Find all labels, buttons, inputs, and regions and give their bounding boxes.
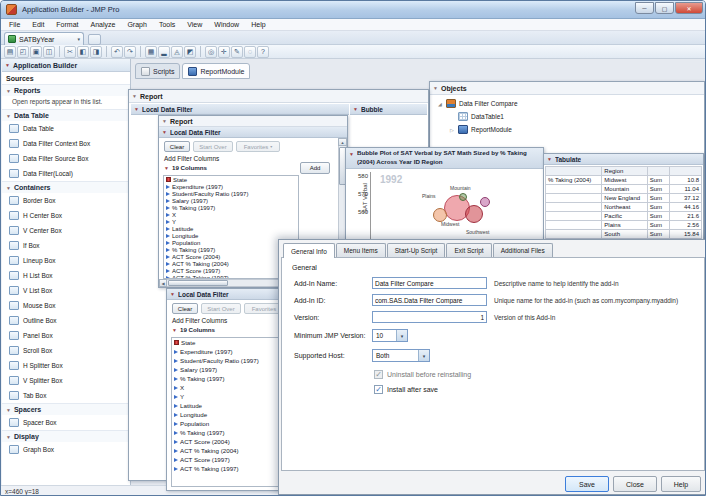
filter-column-row[interactable]: X: [164, 211, 298, 218]
sidebar-item[interactable]: Data Filter Context Box: [2, 136, 130, 151]
sidebar-item[interactable]: H Splitter Box: [2, 358, 130, 373]
filter-column-row[interactable]: % Taking (1997): [164, 204, 298, 211]
bubble-outline-header[interactable]: ▼ Bubble: [350, 104, 427, 115]
local-data-filter-outline-header[interactable]: ▼ Local Data Filter: [131, 104, 349, 115]
toolbar-icon[interactable]: ▂: [158, 46, 170, 58]
filter-column-row[interactable]: Expenditure (1997): [164, 183, 298, 190]
tabulate-outline-header[interactable]: ▼ Tabulate: [544, 154, 703, 165]
uninstall-checkbox[interactable]: ✓: [374, 370, 383, 379]
clear-button[interactable]: Clear: [164, 141, 190, 152]
addin-id-field[interactable]: [372, 294, 487, 306]
toolbar-icon[interactable]: [140, 46, 142, 57]
document-tab-satbyyear[interactable]: SATByYear ▾: [4, 32, 84, 45]
menu-item[interactable]: Window: [208, 20, 245, 29]
supported-host-dropdown[interactable]: Both ▾: [372, 349, 430, 362]
save-button[interactable]: Save: [565, 476, 609, 492]
sidebar-item[interactable]: Panel Box: [2, 328, 130, 343]
dialog-tab[interactable]: Start-Up Script: [387, 243, 446, 257]
toolbar-icon[interactable]: ◎: [205, 46, 217, 58]
toolbar-icon[interactable]: ◬: [171, 46, 183, 58]
sidebar-item[interactable]: Spacer Box: [2, 415, 130, 430]
menu-item[interactable]: Tools: [153, 20, 181, 29]
objects-header[interactable]: ▼ Objects: [430, 82, 704, 95]
sidebar-item[interactable]: Lineup Box: [2, 253, 130, 268]
toolbar-icon[interactable]: ?: [257, 46, 269, 58]
install-after-save-checkbox[interactable]: ✓: [374, 385, 383, 394]
tree-item[interactable]: DataTable1: [430, 110, 704, 123]
menu-item[interactable]: File: [3, 20, 26, 29]
start-over-button[interactable]: Start Over: [201, 303, 241, 314]
toolbar-icon[interactable]: ◧: [77, 46, 89, 58]
menu-item[interactable]: Edit: [26, 20, 50, 29]
columns-outline-header[interactable]: ▼ 19 Columns: [172, 326, 215, 333]
start-over-button[interactable]: Start Over: [193, 141, 233, 152]
close-button[interactable]: Close: [613, 476, 657, 492]
filter-column-row[interactable]: Longitude: [164, 232, 298, 239]
filter-column-row[interactable]: Y: [164, 218, 298, 225]
scroll-up-arrow[interactable]: ▲: [338, 138, 347, 146]
bubble[interactable]: [459, 193, 467, 201]
dialog-tab[interactable]: Exit Script: [446, 243, 491, 257]
chevron-down-icon[interactable]: ▾: [77, 36, 80, 42]
sidebar-item[interactable]: Data Filter Source Box: [2, 151, 130, 166]
bubble[interactable]: [433, 208, 447, 222]
scroll-left-arrow[interactable]: ◀: [159, 279, 167, 287]
dialog-tab[interactable]: General Info: [283, 243, 335, 258]
maximize-button[interactable]: ▢: [655, 2, 674, 14]
bubble[interactable]: [465, 205, 483, 223]
expander-icon[interactable]: ▷: [448, 127, 456, 133]
close-button[interactable]: ✕: [675, 2, 703, 14]
report-outline-header[interactable]: ▼ Report: [159, 116, 347, 127]
bubble-plot-outline-header[interactable]: ▼ Bubble Plot of SAT Verbal by SAT Math …: [346, 148, 543, 169]
sidebar-section-header[interactable]: ▼ Reports: [2, 84, 130, 96]
tree-item[interactable]: ▷ ReportModule: [430, 123, 704, 136]
toolbar-icon[interactable]: ↷: [124, 46, 136, 58]
toolbar-icon[interactable]: ↶: [111, 46, 123, 58]
sidebar-item[interactable]: H List Box: [2, 268, 130, 283]
sidebar-item[interactable]: Mouse Box: [2, 298, 130, 313]
dialog-tab[interactable]: Menu Items: [336, 243, 386, 257]
toolbar-icon[interactable]: ▤: [4, 46, 16, 58]
scrollbar-thumb[interactable]: [168, 280, 228, 286]
toolbar-icon[interactable]: ◰: [17, 46, 29, 58]
filter-column-row[interactable]: Latitude: [164, 225, 298, 232]
filter-column-row[interactable]: State: [164, 176, 298, 183]
sidebar-section-header[interactable]: ▼ Spacers: [2, 403, 130, 415]
toolbar-icon[interactable]: [106, 46, 108, 57]
sidebar-item[interactable]: Border Box: [2, 193, 130, 208]
app-builder-panel-header[interactable]: ▼ Application Builder: [2, 59, 130, 72]
dialog-tab[interactable]: Additional Files: [493, 243, 553, 257]
workspace-tab[interactable]: ReportModule: [182, 63, 250, 79]
sidebar-section-header[interactable]: ▼ Display: [2, 430, 130, 442]
favorites-button[interactable]: Favorites ▾: [236, 141, 280, 152]
toolbar-icon[interactable]: [200, 46, 202, 57]
toolbar-icon[interactable]: ◫: [43, 46, 55, 58]
version-field[interactable]: [372, 311, 487, 323]
sidebar-item[interactable]: Data Table: [2, 121, 130, 136]
toolbar-icon[interactable]: ✛: [218, 46, 230, 58]
bubble[interactable]: [480, 197, 490, 207]
toolbar-icon[interactable]: ◨: [90, 46, 102, 58]
sidebar-item[interactable]: H Center Box: [2, 208, 130, 223]
sidebar-section-header[interactable]: ▼ Containers: [2, 181, 130, 193]
toolbar-icon[interactable]: ▦: [145, 46, 157, 58]
minimize-button[interactable]: ─: [635, 2, 654, 14]
addin-name-field[interactable]: [372, 277, 487, 289]
titlebar[interactable]: Application Builder - JMP Pro ─ ▢ ✕: [1, 1, 706, 19]
clear-button[interactable]: Clear: [172, 303, 198, 314]
filter-column-row[interactable]: Salary (1997): [164, 197, 298, 204]
menu-item[interactable]: Format: [50, 20, 84, 29]
menu-item[interactable]: Graph: [121, 20, 152, 29]
sidebar-item[interactable]: Data Filter(Local): [2, 166, 130, 181]
workspace-tab[interactable]: Scripts: [135, 63, 180, 79]
sidebar-item[interactable]: V List Box: [2, 283, 130, 298]
menu-item[interactable]: View: [181, 20, 208, 29]
columns-outline-header[interactable]: ▼ 19 Columns: [164, 164, 207, 171]
report-outline-header[interactable]: ▼ Report: [129, 90, 428, 103]
sidebar-item[interactable]: Tab Box: [2, 388, 130, 403]
menu-item[interactable]: Analyze: [85, 20, 122, 29]
tree-item[interactable]: ◢ Data Filter Compare: [430, 97, 704, 110]
toolbar-icon[interactable]: ◩: [184, 46, 196, 58]
toolbar-icon[interactable]: ✂: [64, 46, 76, 58]
sidebar-section-header[interactable]: ▼ Data Table: [2, 109, 130, 121]
